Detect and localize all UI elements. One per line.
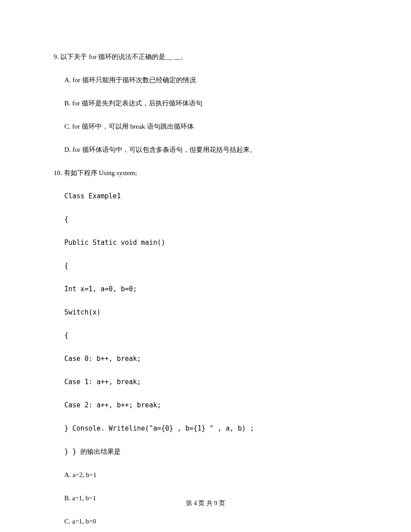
page-content: 9. 以下关于 for 循环的说法不正确的是__ __。 A. for 循环只能… — [0, 0, 411, 532]
q9-stem: 9. 以下关于 for 循环的说法不正确的是__ __。 — [54, 51, 357, 62]
q10-code-line: Switch(x) — [54, 307, 357, 318]
q10-code-line: { — [54, 214, 357, 225]
q10-code-line: Case 1: a++, break; — [54, 377, 357, 387]
q10-code-line: { — [54, 330, 357, 341]
q10-option-a: A. a=2, b=1 — [54, 469, 357, 480]
q9-option-c: C. for 循环中，可以用 break 语句跳出循环体 — [54, 121, 357, 132]
page-footer: 第 4 页 共 9 页 — [0, 499, 411, 507]
q10-stem: 10. 有如下程序 Using system; — [54, 168, 357, 178]
q10-code-line: Public Static void main() — [54, 237, 357, 248]
q10-code-line: } Console. Writeline("a={0} , b={1} " , … — [54, 423, 357, 434]
q10-code-line: Case 2: a++, b++; break; — [54, 400, 357, 411]
q9-option-a: A. for 循环只能用于循环次数已经确定的情况 — [54, 75, 357, 85]
q10-code-line: Class Example1 — [54, 191, 357, 201]
q10-code-line: { — [54, 260, 357, 271]
q10-code-line: } } 的输出结果是 — [54, 446, 357, 457]
q10-option-c: C. a=1, b=0 — [54, 516, 357, 527]
q10-code-line: Case 0: b++, break; — [54, 353, 357, 364]
q10-code-line: Int x=1, a=0, b=0; — [54, 284, 357, 294]
q9-option-b: B. for 循环是先判定表达式，后执行循环体语句 — [54, 98, 357, 109]
q9-option-d: D. for 循环体语句中，可以包含多条语句，但要用花括号括起来。 — [54, 144, 357, 155]
